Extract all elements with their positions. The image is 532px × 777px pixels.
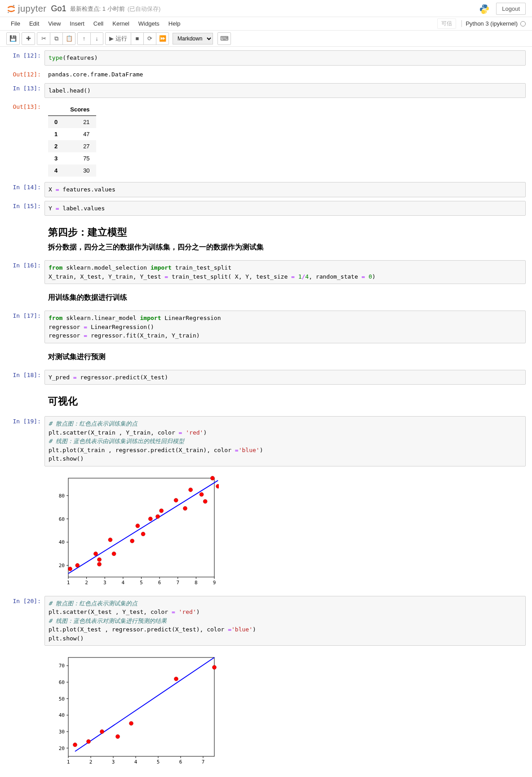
svg-point-33 xyxy=(98,557,102,561)
svg-line-77 xyxy=(75,657,214,751)
move-up-button[interactable]: ↑ xyxy=(78,33,90,44)
code-cell-20[interactable]: In [20]: # 散点图：红色点表示测试集的点 plt.scatter(X_… xyxy=(6,596,526,646)
trusted-indicator[interactable]: 可信 xyxy=(437,18,456,29)
svg-text:5: 5 xyxy=(140,580,143,586)
cut-button[interactable]: ✂ xyxy=(37,33,50,44)
svg-text:4: 4 xyxy=(134,759,137,765)
in-prompt: In [19]: xyxy=(6,416,44,466)
svg-text:40: 40 xyxy=(59,539,65,545)
header: jupyter Go1 最新检查点: 1 小时前 (已自动保存) Logout xyxy=(0,0,532,17)
svg-point-79 xyxy=(87,740,91,744)
restart-run-all-button[interactable]: ⏩ xyxy=(156,33,168,44)
out-prompt: Out[13]: xyxy=(6,102,44,178)
svg-text:2: 2 xyxy=(89,759,93,765)
svg-text:2: 2 xyxy=(85,580,88,586)
code-cell-13[interactable]: In [13]: label.head() xyxy=(6,83,526,98)
svg-point-48 xyxy=(210,476,214,480)
copy-button[interactable]: ⧉ xyxy=(50,33,62,44)
svg-point-36 xyxy=(112,551,116,555)
svg-point-42 xyxy=(160,508,164,512)
move-down-button[interactable]: ↓ xyxy=(90,33,103,44)
markdown-cell[interactable]: 用训练集的数据进行训练 xyxy=(6,288,526,307)
svg-point-0 xyxy=(13,4,14,6)
in-prompt: In [12]: xyxy=(6,50,44,66)
svg-point-47 xyxy=(203,499,207,503)
markdown-cell[interactable]: 对测试集进行预测 xyxy=(6,347,526,366)
table-row: 147 xyxy=(48,128,96,140)
code-cell-16[interactable]: In [16]: from sklearn.model_selection im… xyxy=(6,260,526,284)
kernel-indicator[interactable]: Python 3 (ipykernel) xyxy=(461,20,526,27)
code-input[interactable]: Y = label.values xyxy=(44,201,526,216)
run-label: 运行 xyxy=(115,35,127,43)
code-input[interactable]: # 散点图：红色点表示训练集的点 plt.scatter(X_train , Y… xyxy=(44,416,526,466)
chart-output-19: 12345678920406080 xyxy=(44,472,526,592)
svg-point-32 xyxy=(93,551,98,555)
svg-line-29 xyxy=(68,480,218,573)
celltype-select[interactable]: Markdown xyxy=(173,33,213,44)
menu-widgets[interactable]: Widgets xyxy=(134,18,164,30)
svg-point-40 xyxy=(148,517,152,521)
code-cell-14[interactable]: In [14]: X = features.values xyxy=(6,182,526,197)
paste-button[interactable]: 📋 xyxy=(62,33,75,44)
dataframe-table: Scores 021 147 227 375 430 xyxy=(48,103,96,177)
code-input[interactable]: X = features.values xyxy=(44,182,526,197)
svg-point-37 xyxy=(130,539,134,543)
menu-file[interactable]: File xyxy=(6,18,25,30)
svg-text:3: 3 xyxy=(112,759,115,765)
jupyter-icon xyxy=(6,4,16,14)
menu-cell[interactable]: Cell xyxy=(89,18,108,30)
logo-text: jupyter xyxy=(18,4,47,14)
output-cell-13: Out[13]: Scores 021 147 227 375 430 xyxy=(6,102,526,178)
output-cell-20: 1234567203040506070 xyxy=(6,649,526,772)
kernel-busy-icon xyxy=(520,21,526,27)
interrupt-button[interactable]: ■ xyxy=(131,33,143,44)
plot-train: 12345678920406080 xyxy=(48,474,219,591)
code-input[interactable]: Y_pred = regressor.predict(X_test) xyxy=(44,370,526,385)
svg-text:8: 8 xyxy=(195,580,198,586)
svg-point-30 xyxy=(68,567,72,571)
svg-point-80 xyxy=(100,730,104,734)
code-cell-17[interactable]: In [17]: from sklearn.linear_model impor… xyxy=(6,311,526,343)
markdown-cell[interactable]: 可视化 xyxy=(6,388,526,413)
menu-view[interactable]: View xyxy=(44,18,65,30)
table-row: 430 xyxy=(48,164,96,177)
logout-button[interactable]: Logout xyxy=(496,3,526,15)
markdown-cell[interactable]: 第四步：建立模型 拆分数据，四分之三的数据作为训练集，四分之一的数据作为测试集 xyxy=(6,219,526,257)
out-prompt: Out[12]: xyxy=(6,69,44,80)
svg-text:40: 40 xyxy=(59,712,65,718)
notebook-container: In [12]: type(features) Out[12]: pandas.… xyxy=(0,47,532,777)
code-input[interactable]: # 散点图：红色点表示测试集的点 plt.scatter(X_test , Y_… xyxy=(44,596,526,646)
menubar: File Edit View Insert Cell Kernel Widget… xyxy=(0,17,532,31)
menu-insert[interactable]: Insert xyxy=(65,18,89,30)
svg-text:80: 80 xyxy=(59,493,65,498)
restart-button[interactable]: ⟳ xyxy=(143,33,156,44)
subheading: 用训练集的数据进行训练 xyxy=(48,293,522,302)
code-cell-12[interactable]: In [12]: type(features) xyxy=(6,50,526,66)
in-prompt: In [14]: xyxy=(6,182,44,197)
menu-edit[interactable]: Edit xyxy=(25,18,44,30)
table-row: 227 xyxy=(48,140,96,152)
toolbar: 💾 ✚ ✂ ⧉ 📋 ↑ ↓ ▶ 运行 ■ ⟳ ⏩ Markdown ⌨ xyxy=(0,31,532,47)
run-button[interactable]: ▶ 运行 xyxy=(106,33,131,44)
code-input[interactable]: type(features) xyxy=(44,50,526,66)
col-header: Scores xyxy=(64,103,96,116)
code-input[interactable]: from sklearn.model_selection import trai… xyxy=(44,260,526,284)
svg-text:9: 9 xyxy=(213,580,216,586)
command-palette-button[interactable]: ⌨ xyxy=(218,33,231,44)
notebook-title[interactable]: Go1 xyxy=(51,4,66,13)
menu-kernel[interactable]: Kernel xyxy=(108,18,134,30)
save-button[interactable]: 💾 xyxy=(7,33,19,44)
autosave-status: (已自动保存) xyxy=(128,5,161,13)
code-input[interactable]: label.head() xyxy=(44,83,526,98)
code-input[interactable]: from sklearn.linear_model import LinearR… xyxy=(44,311,526,343)
in-prompt: In [17]: xyxy=(6,311,44,343)
code-cell-15[interactable]: In [15]: Y = label.values xyxy=(6,201,526,216)
insert-cell-below-button[interactable]: ✚ xyxy=(22,33,35,44)
code-cell-19[interactable]: In [19]: # 散点图：红色点表示训练集的点 plt.scatter(X_… xyxy=(6,416,526,466)
svg-point-43 xyxy=(174,498,178,502)
output-cell-19: 12345678920406080 xyxy=(6,470,526,592)
svg-text:60: 60 xyxy=(59,516,65,522)
menu-help[interactable]: Help xyxy=(164,18,185,30)
code-cell-18[interactable]: In [18]: Y_pred = regressor.predict(X_te… xyxy=(6,370,526,385)
svg-point-31 xyxy=(75,563,80,567)
